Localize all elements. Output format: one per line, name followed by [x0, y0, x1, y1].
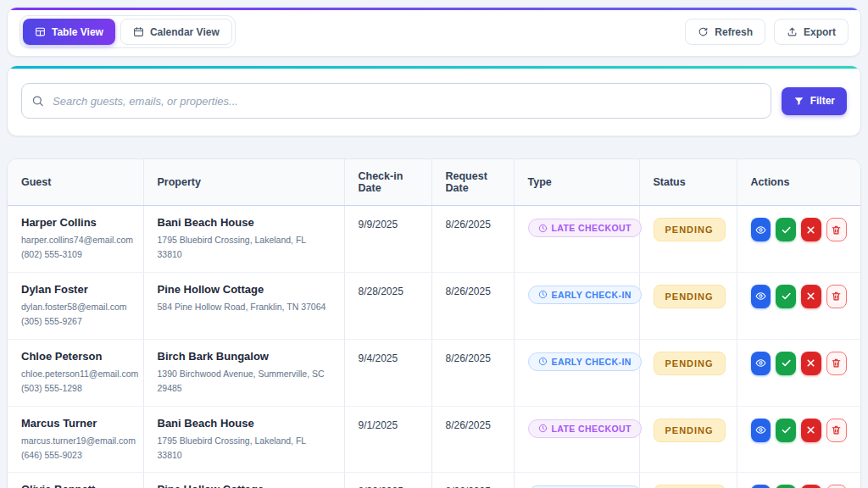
property-name: Pine Hollow Cottage [158, 283, 331, 297]
view-button[interactable] [751, 419, 771, 442]
calendar-view-button[interactable]: Calendar View [120, 19, 232, 45]
guest-cell: Dylan Foster dylan.foster58@email.com (3… [8, 272, 143, 339]
guest-email: marcus.turner19@email.com [21, 434, 130, 448]
header-type: Type [514, 159, 639, 206]
table-body: Harper Collins harper.collins74@email.co… [8, 206, 860, 488]
export-icon [787, 26, 798, 37]
clock-icon [538, 224, 548, 233]
reject-button[interactable] [801, 352, 821, 375]
view-button[interactable] [751, 485, 771, 488]
table-row: Marcus Turner marcus.turner19@email.com … [8, 406, 860, 473]
status-badge: PENDING [654, 218, 726, 241]
reject-button[interactable] [801, 218, 821, 241]
x-icon [805, 424, 816, 435]
type-cell: LATE CHECKOUT [514, 206, 639, 273]
search-field-wrap [21, 83, 771, 119]
x-icon [805, 291, 816, 302]
refresh-button[interactable]: Refresh [685, 19, 765, 45]
row-actions [751, 485, 848, 488]
checkin-date: 8/30/2025 [344, 473, 431, 488]
x-icon [805, 225, 816, 236]
actions-cell [737, 272, 860, 339]
type-cell: EARLY CHECK-IN [514, 339, 639, 406]
reject-button[interactable] [801, 419, 821, 442]
request-date: 8/26/2025 [431, 406, 514, 473]
guest-phone: (802) 555-3109 [21, 247, 130, 262]
guest-phone: (646) 555-9023 [21, 448, 130, 463]
eye-icon [755, 358, 766, 369]
delete-button[interactable] [826, 285, 847, 308]
status-badge: PENDING [654, 352, 726, 375]
checkin-date: 9/1/2025 [344, 406, 431, 473]
purple-accent-bar [8, 8, 860, 10]
reject-button[interactable] [801, 485, 821, 488]
search-input[interactable] [21, 83, 771, 119]
actions-cell [737, 473, 860, 488]
export-button[interactable]: Export [774, 19, 849, 45]
status-badge: PENDING [654, 419, 726, 442]
view-button[interactable] [751, 285, 771, 308]
search-icon [31, 95, 44, 108]
approve-button[interactable] [776, 218, 796, 241]
delete-button[interactable] [826, 218, 847, 241]
check-icon [781, 424, 792, 435]
toolbar-actions: Refresh Export [685, 19, 849, 45]
approve-button[interactable] [776, 285, 796, 308]
type-badge: EARLY CHECK-IN [528, 352, 642, 371]
reject-button[interactable] [801, 285, 821, 308]
header-guest: Guest [8, 159, 143, 206]
status-badge: PENDING [654, 485, 726, 488]
row-actions [751, 218, 848, 241]
request-date: 8/26/2025 [431, 473, 514, 488]
filter-icon [793, 96, 804, 107]
view-button[interactable] [751, 218, 771, 241]
type-label: LATE CHECKOUT [552, 223, 632, 233]
table-row: Chloe Peterson chloe.peterson11@email.co… [8, 339, 860, 406]
status-cell: PENDING [639, 473, 737, 488]
delete-button[interactable] [826, 485, 847, 488]
approve-button[interactable] [776, 485, 796, 488]
table-header: Guest Property Check-in Date Request Dat… [8, 159, 860, 206]
guest-name: Harper Collins [21, 216, 130, 230]
table-view-button[interactable]: Table View [23, 19, 115, 45]
property-address: 1390 Birchwood Avenue, Summerville, SC 2… [158, 367, 331, 396]
approve-button[interactable] [776, 419, 796, 442]
check-icon [781, 225, 792, 236]
refresh-icon [698, 26, 709, 37]
check-icon [781, 358, 792, 369]
property-cell: Birch Bark Bungalow 1390 Birchwood Avenu… [143, 339, 344, 406]
property-address: 584 Pine Hollow Road, Franklin, TN 37064 [158, 300, 331, 314]
delete-button[interactable] [826, 352, 847, 375]
trash-icon [831, 225, 842, 236]
clock-icon [538, 357, 548, 366]
filter-button[interactable]: Filter [782, 87, 847, 115]
type-cell: LATE CHECKOUT [514, 406, 639, 473]
guest-cell: Chloe Peterson chloe.peterson11@email.co… [8, 339, 143, 406]
guest-phone: (503) 555-1298 [21, 381, 130, 396]
approve-button[interactable] [776, 352, 796, 375]
guest-phone: (305) 555-9267 [21, 314, 130, 329]
checkin-date: 9/4/2025 [344, 339, 431, 406]
header-property: Property [143, 159, 344, 206]
requests-table: Guest Property Check-in Date Request Dat… [8, 159, 860, 488]
request-date: 8/26/2025 [431, 206, 514, 273]
property-cell: Pine Hollow Cottage 584 Pine Hollow Road… [143, 272, 344, 339]
guest-cell: Harper Collins harper.collins74@email.co… [8, 206, 143, 273]
guest-email: harper.collins74@email.com [21, 233, 130, 247]
status-cell: PENDING [639, 206, 737, 273]
guest-cell: Marcus Turner marcus.turner19@email.com … [8, 406, 143, 473]
page: Table View Calendar View Refresh [0, 0, 868, 488]
trash-icon [831, 424, 842, 435]
cyan-accent-bar [8, 66, 860, 69]
table-card: Guest Property Check-in Date Request Dat… [7, 158, 861, 488]
delete-button[interactable] [826, 419, 847, 442]
view-button[interactable] [751, 352, 771, 375]
header-actions: Actions [737, 159, 860, 206]
request-date: 8/26/2025 [431, 339, 514, 406]
type-label: EARLY CHECK-IN [552, 290, 632, 300]
status-cell: PENDING [639, 272, 737, 339]
row-actions [751, 419, 848, 442]
type-label: LATE CHECKOUT [552, 424, 632, 434]
table-view-label: Table View [52, 27, 103, 37]
property-name: Bani Beach House [158, 216, 331, 230]
